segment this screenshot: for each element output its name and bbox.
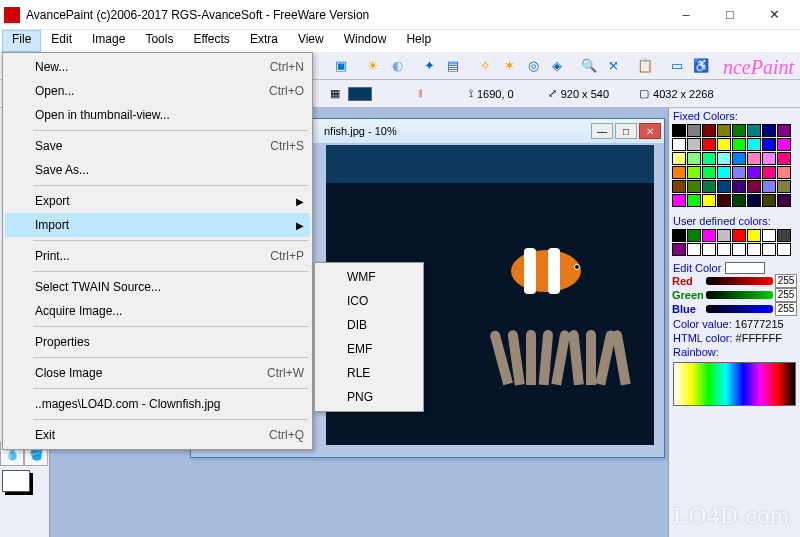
color-swatch[interactable] <box>717 138 731 151</box>
maximize-button[interactable]: □ <box>708 1 752 29</box>
color-swatch[interactable] <box>777 152 791 165</box>
file-menu-properties[interactable]: Properties <box>5 330 310 354</box>
color-swatch[interactable] <box>732 166 746 179</box>
minimize-button[interactable]: – <box>664 1 708 29</box>
import-wmf[interactable]: WMF <box>317 265 421 289</box>
file-menu-save-as[interactable]: Save As... <box>5 158 310 182</box>
color-swatch[interactable] <box>672 180 686 193</box>
rainbow-picker[interactable] <box>673 362 796 406</box>
color-swatch[interactable] <box>732 194 746 207</box>
color-swatch[interactable] <box>777 180 791 193</box>
color-swatch[interactable] <box>732 152 746 165</box>
color-swatch[interactable] <box>747 166 761 179</box>
menu-file[interactable]: File <box>2 30 41 52</box>
menu-edit[interactable]: Edit <box>41 30 82 52</box>
globe-icon[interactable]: ◐ <box>386 55 408 77</box>
color-swatch[interactable] <box>687 166 701 179</box>
color-swatch[interactable] <box>747 138 761 151</box>
color-swatch[interactable] <box>747 152 761 165</box>
file-menu-print[interactable]: Print...Ctrl+P <box>5 244 310 268</box>
menu-extra[interactable]: Extra <box>240 30 288 52</box>
file-menu-import[interactable]: Import▶ <box>5 213 310 237</box>
selection-icon[interactable]: ▦ <box>330 87 340 100</box>
color-swatch[interactable] <box>747 194 761 207</box>
import-rle[interactable]: RLE <box>317 361 421 385</box>
file-menu-open[interactable]: Open...Ctrl+O <box>5 79 310 103</box>
color-swatch[interactable] <box>762 138 776 151</box>
color-swatch[interactable] <box>717 180 731 193</box>
color-swatch[interactable] <box>717 166 731 179</box>
file-menu-open-in-thumbnail-view[interactable]: Open in thumbnail-view... <box>5 103 310 127</box>
user-color-swatch[interactable] <box>717 243 731 256</box>
menu-help[interactable]: Help <box>396 30 441 52</box>
user-color-swatch[interactable] <box>717 229 731 242</box>
color-swatch[interactable] <box>672 194 686 207</box>
color-swatch[interactable] <box>702 138 716 151</box>
color-swatch[interactable] <box>702 152 716 165</box>
file-menu-new[interactable]: New...Ctrl+N <box>5 55 310 79</box>
color-swatch[interactable] <box>762 180 776 193</box>
file-menu-mages-lo-d-com-clownfish-jpg[interactable]: ..mages\LO4D.com - Clownfish.jpg <box>5 392 310 416</box>
import-emf[interactable]: EMF <box>317 337 421 361</box>
color-swatch[interactable] <box>777 124 791 137</box>
doc-close-button[interactable]: ✕ <box>639 123 661 139</box>
import-ico[interactable]: ICO <box>317 289 421 313</box>
wand-icon[interactable]: ✦ <box>418 55 440 77</box>
user-color-swatch[interactable] <box>687 243 701 256</box>
file-menu-acquire-image[interactable]: Acquire Image... <box>5 299 310 323</box>
color-swatch[interactable] <box>672 138 686 151</box>
color-swatch[interactable] <box>777 194 791 207</box>
color-swatch[interactable] <box>762 124 776 137</box>
color-swatch[interactable] <box>762 194 776 207</box>
effect-icon[interactable]: ✧ <box>474 55 496 77</box>
clipboard-icon[interactable]: 📋 <box>634 55 656 77</box>
user-color-swatch[interactable] <box>747 229 761 242</box>
doc-minimize-button[interactable]: — <box>591 123 613 139</box>
user-color-swatch[interactable] <box>732 243 746 256</box>
user-color-swatch[interactable] <box>747 243 761 256</box>
import-dib[interactable]: DIB <box>317 313 421 337</box>
close-button[interactable]: ✕ <box>752 1 796 29</box>
file-menu-exit[interactable]: ExitCtrl+Q <box>5 423 310 447</box>
color-swatch[interactable] <box>672 124 686 137</box>
file-menu-export[interactable]: Export▶ <box>5 189 310 213</box>
user-color-swatch[interactable] <box>687 229 701 242</box>
edit-color-swatch[interactable] <box>725 262 765 274</box>
color-swatch[interactable] <box>687 124 701 137</box>
user-color-swatch[interactable] <box>762 229 776 242</box>
histogram-icon[interactable]: ⫴ <box>418 87 423 100</box>
color-swatch[interactable] <box>702 180 716 193</box>
zoom-icon[interactable]: ⤧ <box>602 55 624 77</box>
color-swatch[interactable] <box>702 124 716 137</box>
color-swatch[interactable] <box>732 180 746 193</box>
user-color-swatch[interactable] <box>762 243 776 256</box>
window-icon[interactable]: ▭ <box>666 55 688 77</box>
color-swatch[interactable] <box>777 138 791 151</box>
file-menu-close-image[interactable]: Close ImageCtrl+W <box>5 361 310 385</box>
user-color-swatch[interactable] <box>702 243 716 256</box>
color-swatch[interactable] <box>702 166 716 179</box>
color-swatch[interactable] <box>717 194 731 207</box>
user-color-swatch[interactable] <box>777 229 791 242</box>
color-swatch[interactable] <box>687 138 701 151</box>
menu-tools[interactable]: Tools <box>135 30 183 52</box>
color-swatch[interactable] <box>747 180 761 193</box>
file-menu-save[interactable]: SaveCtrl+S <box>5 134 310 158</box>
color-swatch[interactable] <box>672 166 686 179</box>
menu-view[interactable]: View <box>288 30 334 52</box>
file-menu-select-twain-source[interactable]: Select TWAIN Source... <box>5 275 310 299</box>
color-swatch[interactable] <box>672 152 686 165</box>
user-color-swatch[interactable] <box>672 243 686 256</box>
effect4-icon[interactable]: ◈ <box>546 55 568 77</box>
color-swatch[interactable] <box>732 138 746 151</box>
color-swatch[interactable] <box>687 194 701 207</box>
blue-slider[interactable] <box>706 305 773 313</box>
user-color-swatch[interactable] <box>702 229 716 242</box>
sun-icon[interactable]: ☀ <box>362 55 384 77</box>
color-swatch[interactable] <box>702 194 716 207</box>
tool-icon[interactable]: ▣ <box>330 55 352 77</box>
user-color-swatch[interactable] <box>777 243 791 256</box>
red-slider[interactable] <box>706 277 773 285</box>
green-slider[interactable] <box>706 291 773 299</box>
doc-maximize-button[interactable]: □ <box>615 123 637 139</box>
